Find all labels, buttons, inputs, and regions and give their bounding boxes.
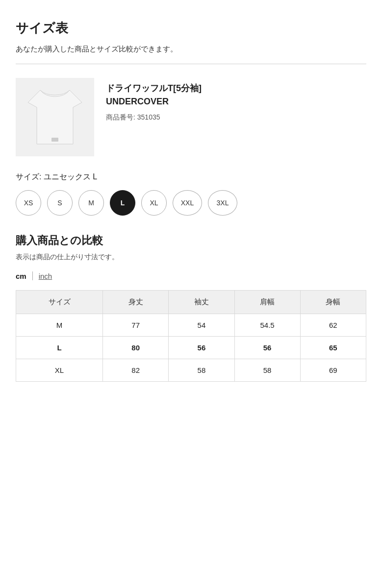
size-button-xl[interactable]: XL [141, 190, 167, 216]
table-cell-2-1: 82 [103, 359, 169, 382]
table-cell-1-0: L [16, 337, 103, 359]
table-cell-2-4: 69 [300, 359, 366, 382]
unit-divider [32, 271, 33, 280]
table-cell-2-2: 58 [169, 359, 234, 382]
col-header-shoulder: 肩幅 [234, 291, 300, 314]
svg-rect-0 [51, 138, 58, 142]
size-label: サイズ: ユニセックス L [16, 172, 366, 182]
table-cell-1-3: 56 [234, 337, 300, 359]
product-number: 商品番号: 351035 [106, 113, 366, 122]
col-header-body-length: 身丈 [103, 291, 169, 314]
size-button-m[interactable]: M [78, 190, 104, 216]
page-title: サイズ表 [16, 20, 366, 37]
size-buttons: XS S M L XL XXL 3XL [16, 190, 366, 216]
unit-toggle: cm inch [16, 271, 366, 280]
size-button-xxl[interactable]: XXL [173, 190, 202, 216]
size-table: サイズ 身丈 袖丈 肩幅 身幅 M775454.562L80565665XL82… [16, 290, 366, 382]
product-section: ドライワッフルT[5分袖] UNDERCOVER 商品番号: 351035 [16, 78, 366, 156]
size-button-xs[interactable]: XS [16, 190, 41, 216]
table-header-row: サイズ 身丈 袖丈 肩幅 身幅 [16, 291, 366, 314]
size-button-s[interactable]: S [47, 190, 73, 216]
product-tshirt-svg [23, 83, 87, 151]
table-cell-2-0: XL [16, 359, 103, 382]
product-name: ドライワッフルT[5分袖] UNDERCOVER [106, 82, 366, 108]
table-cell-2-3: 58 [234, 359, 300, 382]
comparison-subtitle: 表示は商品の仕上がり寸法です。 [16, 253, 366, 262]
table-row: M775454.562 [16, 314, 366, 337]
table-row: L80565665 [16, 337, 366, 359]
col-header-size: サイズ [16, 291, 103, 314]
unit-cm-label[interactable]: cm [16, 272, 32, 280]
size-button-l[interactable]: L [110, 190, 135, 216]
col-header-sleeve: 袖丈 [169, 291, 234, 314]
table-cell-1-4: 65 [300, 337, 366, 359]
table-cell-0-1: 77 [103, 314, 169, 337]
table-cell-1-2: 56 [169, 337, 234, 359]
table-cell-0-2: 54 [169, 314, 234, 337]
unit-inch-label[interactable]: inch [39, 272, 52, 280]
product-image [16, 78, 94, 156]
divider [16, 64, 366, 64]
size-button-3xl[interactable]: 3XL [208, 190, 237, 216]
page-subtitle: あなたが購入した商品とサイズ比較ができます。 [16, 45, 366, 54]
col-header-width: 身幅 [300, 291, 366, 314]
table-row: XL82585869 [16, 359, 366, 382]
table-cell-1-1: 80 [103, 337, 169, 359]
table-cell-0-4: 62 [300, 314, 366, 337]
comparison-title: 購入商品との比較 [16, 233, 366, 248]
table-cell-0-0: M [16, 314, 103, 337]
product-info: ドライワッフルT[5分袖] UNDERCOVER 商品番号: 351035 [106, 78, 366, 122]
table-cell-0-3: 54.5 [234, 314, 300, 337]
